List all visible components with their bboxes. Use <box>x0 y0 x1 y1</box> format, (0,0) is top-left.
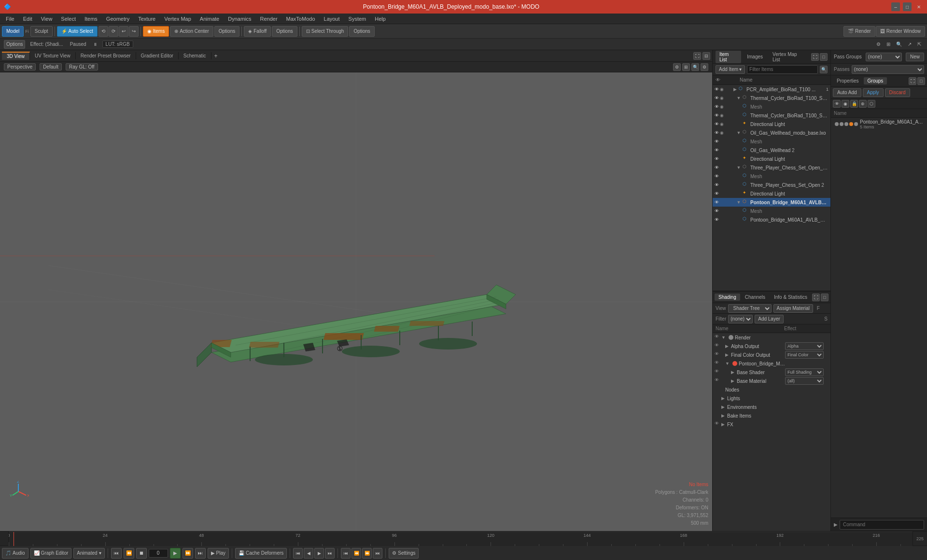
vis-eye-icon[interactable]: 👁 <box>715 200 719 205</box>
properties-tab[interactable]: Properties <box>833 77 863 84</box>
shader-vis-icon[interactable]: 👁 <box>715 351 721 358</box>
alpha-output-select[interactable]: Alpha <box>785 342 824 350</box>
play-label[interactable]: ▶ Play <box>208 548 229 559</box>
viewport-header-icon-1[interactable]: ⚙ <box>673 63 681 71</box>
shader-expand-icon[interactable]: ▶ <box>731 370 737 375</box>
vis-eye-icon[interactable]: 👁 <box>715 87 719 92</box>
groups-tab[interactable]: Groups <box>864 77 887 84</box>
props-icon-2[interactable]: □ <box>917 77 925 85</box>
new-pass-button[interactable]: New <box>906 53 924 61</box>
vis-eye-icon[interactable]: 👁 <box>715 139 719 144</box>
minimize-button[interactable]: – <box>891 2 900 11</box>
play-head[interactable] <box>14 532 14 546</box>
vis-eye-icon[interactable]: 👁 <box>715 165 719 170</box>
shader-expand-icon[interactable]: ▶ <box>721 405 727 409</box>
auto-add-button[interactable]: Auto Add <box>833 88 861 97</box>
tree-item[interactable]: 👁 ◉ ⬡ Thermal_Cycler_BioRad_T100_Switch … <box>713 111 830 120</box>
stop-button[interactable]: ⏹ <box>136 548 147 559</box>
options-button-1[interactable]: Options <box>214 26 239 37</box>
tab-3d-view[interactable]: 3D View <box>2 52 30 60</box>
frame-input[interactable] <box>149 549 168 558</box>
passes-select[interactable]: (none) <box>852 65 924 74</box>
animated-button[interactable]: Animated ▾ <box>73 548 104 559</box>
graph-editor-button[interactable]: 📈 Graph Editor <box>30 548 72 559</box>
expand-icon[interactable]: ▼ <box>736 95 742 101</box>
shader-vis-icon[interactable]: 👁 <box>715 369 721 376</box>
menu-layout[interactable]: Layout <box>320 15 344 23</box>
shader-item[interactable]: 👁 ▶ Alpha Output Alpha <box>713 342 830 350</box>
shader-expand-icon[interactable]: ▶ <box>721 413 727 418</box>
shader-tree[interactable]: 👁 ▼ Render 👁 ▶ Alpha Output Alpha <box>713 333 830 531</box>
add-layer-button[interactable]: Add Layer <box>755 315 784 323</box>
shader-item[interactable]: 👁 ▶ Base Material (all) <box>713 377 830 385</box>
ctrl-icon-2[interactable]: ⊞ <box>885 42 892 47</box>
select-through-button[interactable]: ⊡ Select Through <box>302 26 349 37</box>
shader-item[interactable]: 👁 ▼ Render <box>713 333 830 342</box>
viewport-header-icon-3[interactable]: 🔍 <box>691 63 699 71</box>
base-shader-select[interactable]: Full Shading <box>785 368 824 376</box>
viewport-header-icon-4[interactable]: ⚙ <box>701 63 708 71</box>
ctrl-icon-4[interactable]: ↗ <box>906 42 913 47</box>
icon-btn-6[interactable]: ⏪ <box>351 548 361 559</box>
tab-schematic[interactable]: Schematic <box>179 52 211 59</box>
item-list-icon-1[interactable]: ⛶ <box>811 53 819 61</box>
icon-btn-4[interactable]: ⏭ <box>325 548 335 559</box>
render-eye-icon[interactable]: ◉ <box>720 122 724 126</box>
shading-expand-icon[interactable]: ⛶ <box>812 294 820 301</box>
shader-item[interactable]: 👁 ▶ Final Color Output Final Color <box>713 350 830 359</box>
viewport-header-icon-2[interactable]: ⊞ <box>682 63 690 71</box>
menu-items[interactable]: Items <box>81 15 101 23</box>
render-window-button[interactable]: 🖼 Render Window <box>876 26 925 37</box>
channels-tab[interactable]: Channels <box>741 294 769 301</box>
expand-icon[interactable]: ▼ <box>736 199 742 205</box>
icon-btn-3[interactable]: ▶ <box>314 548 324 559</box>
default-button[interactable]: Default <box>40 63 62 70</box>
maximize-button[interactable]: □ <box>903 2 912 11</box>
assign-material-button[interactable]: Assign Material <box>773 304 813 313</box>
command-input[interactable] <box>840 520 924 530</box>
skip-end-button[interactable]: ⏭ <box>195 548 206 559</box>
shader-expand-icon[interactable]: ▶ <box>721 422 727 427</box>
menu-dynamics[interactable]: Dynamics <box>224 15 255 23</box>
groups-content[interactable]: Pontoon_Bridge_M60A1_AVL... 5 Items <box>831 118 927 518</box>
tree-item-selected[interactable]: 👁 ▼ ⬡ Pontoon_Bridge_M60A1_AVLB_De... <box>713 198 830 207</box>
sculpt-mode-button[interactable]: Sculpt <box>30 26 53 37</box>
menu-maxtomodo[interactable]: MaxToModo <box>282 15 319 23</box>
toolbar-icon-4[interactable]: ↪ <box>129 26 139 37</box>
shader-item[interactable]: ▶ Lights <box>713 394 830 403</box>
expand-icon[interactable]: ▼ <box>736 130 742 136</box>
skip-start-button[interactable]: ⏮ <box>111 548 122 559</box>
tree-item[interactable]: 👁 ⬡ Oil_Gas_Wellhead 2 <box>713 146 830 154</box>
item-list-icon-2[interactable]: □ <box>820 53 828 61</box>
render-eye-icon[interactable]: ◉ <box>720 104 724 109</box>
vis-eye-icon[interactable]: 👁 <box>715 122 719 126</box>
item-tree[interactable]: 👁 ◉ ▶ ⬡ PCR_Amplifier_BioRad_T100 ... 1 … <box>713 85 830 291</box>
vis-eye-icon[interactable]: 👁 <box>715 182 719 187</box>
3d-viewport[interactable]: ① No Items Polygons : Catmull-Clark Chan… <box>0 72 712 531</box>
render-eye-icon[interactable]: ◉ <box>720 130 724 135</box>
menu-texture[interactable]: Texture <box>134 15 159 23</box>
tab-render-preset[interactable]: Render Preset Browser <box>76 52 136 59</box>
groups-tool-3[interactable]: 🔒 <box>850 100 858 108</box>
apply-button[interactable]: Apply <box>863 88 884 97</box>
shader-vis-icon[interactable]: 👁 <box>715 334 721 341</box>
tree-item[interactable]: 👁 ⬡ Mesh <box>713 172 830 181</box>
vis-eye-icon[interactable]: 👁 <box>715 96 719 100</box>
groups-tool-5[interactable]: ⬡ <box>868 100 875 108</box>
tree-item[interactable]: 👁 ⬡ Pontoon_Bridge_M60A1_AVLB_Deplo ... <box>713 215 830 224</box>
menu-help[interactable]: Help <box>371 15 390 23</box>
model-mode-button[interactable]: Model <box>2 26 24 37</box>
props-expand-icon[interactable]: ⛶ <box>909 77 916 85</box>
vis-eye-icon[interactable]: 👁 <box>715 113 719 118</box>
vis-eye-icon[interactable]: 👁 <box>715 130 719 135</box>
icon-btn-5[interactable]: ⏮ <box>341 548 351 559</box>
viewport-expand-icon[interactable]: ⛶ <box>693 52 701 60</box>
prev-frame-button[interactable]: ⏪ <box>124 548 134 559</box>
vis-eye-icon[interactable]: 👁 <box>715 156 719 161</box>
info-statistics-tab[interactable]: Info & Statistics <box>770 294 811 301</box>
ray-gl-button[interactable]: Ray GL: Off <box>66 63 98 70</box>
action-center-button[interactable]: ⊕ Action Center <box>170 26 213 37</box>
render-eye-icon[interactable]: ◉ <box>720 96 724 100</box>
expand-icon[interactable]: ▼ <box>736 165 742 170</box>
vis-eye-icon[interactable]: 👁 <box>715 174 719 179</box>
